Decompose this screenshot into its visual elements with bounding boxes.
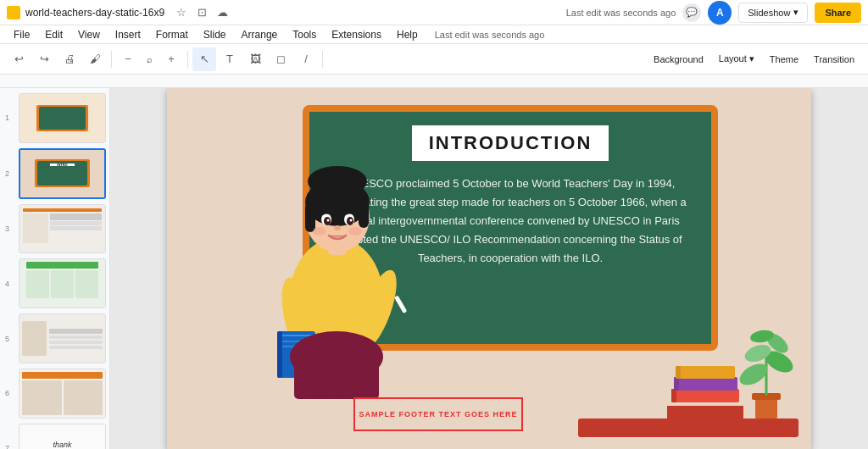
footer-text: SAMPLE FOOTER TEXT GOES HERE	[359, 410, 517, 419]
slide-4-number: 4	[5, 280, 9, 288]
svg-point-12	[327, 219, 330, 221]
desk-surface	[578, 419, 798, 437]
slide-6-number: 6	[5, 389, 9, 397]
teacher-illustration	[252, 128, 438, 399]
svg-rect-5	[359, 202, 369, 228]
shapes-tool[interactable]: ◻	[269, 47, 292, 71]
slide-5-container: 5	[19, 313, 106, 363]
text-tool[interactable]: T	[218, 47, 242, 71]
cloud-icon[interactable]: ☁	[215, 6, 229, 19]
menu-extensions[interactable]: Extensions	[325, 27, 388, 42]
lines-tool[interactable]: /	[294, 47, 318, 71]
menu-format[interactable]: Format	[149, 27, 195, 42]
main-area: 1 2 INTRO	[0, 88, 868, 449]
slide-5-number: 5	[5, 335, 9, 343]
svg-rect-27	[313, 391, 328, 399]
slides-panel: 1 2 INTRO	[0, 88, 110, 449]
svg-rect-40	[676, 366, 735, 379]
slideshow-chevron: ▾	[793, 7, 798, 18]
star-icon[interactable]: ☆	[175, 6, 188, 19]
zoom-out-btn[interactable]: −	[116, 47, 140, 71]
slide-thumb-5[interactable]	[19, 313, 106, 363]
slide-7-container: 7 thank you	[19, 424, 106, 449]
slide-thumb-4[interactable]	[19, 258, 106, 308]
print-btn[interactable]: 🖨	[58, 47, 81, 71]
books-stack	[667, 363, 743, 426]
slide-1-number: 1	[5, 114, 9, 122]
svg-rect-42	[674, 377, 679, 391]
document-title: world-teachers-day-static-16x9	[25, 7, 164, 19]
slide-thumb-1[interactable]	[19, 93, 106, 143]
menu-file[interactable]: File	[7, 27, 36, 42]
menu-help[interactable]: Help	[390, 27, 425, 42]
slide-thumb-6[interactable]	[19, 369, 106, 419]
title-bar-icons: ☆ ⊡ ☁	[175, 6, 229, 19]
slide-6-container: 6	[19, 369, 106, 419]
separator-2	[187, 51, 188, 68]
zoom-in-btn[interactable]: +	[159, 47, 183, 71]
board-title: INTRODUCTION	[429, 132, 593, 154]
svg-rect-39	[674, 377, 737, 391]
cursor-tool[interactable]: ↖	[192, 47, 216, 71]
separator-1	[111, 51, 112, 68]
menu-insert[interactable]: Insert	[108, 27, 147, 42]
svg-rect-24	[394, 295, 407, 313]
theme-btn[interactable]: Theme	[763, 47, 805, 71]
slide-thumb-7[interactable]: thank you	[19, 424, 106, 449]
user-avatar[interactable]: A	[708, 1, 732, 25]
svg-point-6	[308, 166, 367, 197]
ruler	[0, 75, 868, 88]
slideshow-button[interactable]: Slideshow ▾	[738, 3, 808, 23]
paint-format-btn[interactable]: 🖌	[83, 47, 107, 71]
svg-point-14	[334, 225, 341, 230]
slide-thumb-3[interactable]	[19, 204, 106, 254]
menu-edit[interactable]: Edit	[38, 27, 70, 42]
plant-decoration	[737, 311, 796, 424]
chat-icon[interactable]: 💬	[682, 3, 701, 22]
top-bar-right: Last edit was seconds ago 💬 A Slideshow …	[558, 1, 861, 25]
svg-rect-41	[671, 389, 676, 402]
menu-tools[interactable]: Tools	[286, 27, 323, 42]
footer-box[interactable]: SAMPLE FOOTER TEXT GOES HERE	[353, 397, 523, 431]
canvas-area[interactable]: INTRODUCTION UNESCO proclaimed 5 October…	[110, 88, 868, 449]
svg-point-15	[313, 227, 326, 236]
zoom-level: ⌕	[142, 54, 158, 64]
svg-rect-26	[294, 348, 379, 399]
separator-3	[322, 51, 323, 68]
slide-canvas: INTRODUCTION UNESCO proclaimed 5 October…	[167, 88, 811, 449]
move-icon[interactable]: ⊡	[195, 6, 209, 19]
toolbar: ↩ ↪ 🖨 🖌 − ⌕ + ↖ T 🖼 ◻ / Background Layou…	[0, 44, 868, 75]
menu-arrange[interactable]: Arrange	[235, 27, 285, 42]
transition-btn[interactable]: Transition	[807, 47, 861, 71]
board-title-box: INTRODUCTION	[412, 125, 609, 161]
background-btn[interactable]: Background	[647, 47, 710, 71]
image-tool[interactable]: 🖼	[243, 47, 267, 71]
title-bar: world-teachers-day-static-16x9 ☆ ⊡ ☁ Las…	[0, 0, 868, 25]
slide-7-number: 7	[5, 444, 9, 449]
svg-rect-4	[305, 202, 315, 232]
svg-point-13	[350, 219, 353, 221]
undo-btn[interactable]: ↩	[7, 47, 31, 71]
svg-point-7	[314, 193, 334, 207]
slide-2-container: 2 INTRO	[19, 148, 106, 199]
svg-rect-38	[671, 389, 739, 402]
app-favicon	[7, 6, 20, 19]
slide-thumb-2[interactable]: INTRO	[19, 148, 106, 199]
menu-slide[interactable]: Slide	[197, 27, 233, 42]
slide-1-container: 1	[19, 93, 106, 143]
last-edit-text: Last edit was seconds ago	[566, 8, 676, 18]
layout-btn[interactable]: Layout ▾	[712, 47, 761, 71]
redo-btn[interactable]: ↪	[32, 47, 56, 71]
share-button[interactable]: Share	[815, 3, 861, 23]
svg-rect-43	[676, 366, 681, 379]
menu-bar: File Edit View Insert Format Slide Arran…	[0, 25, 868, 44]
svg-rect-19	[277, 331, 282, 378]
last-edit-menu: Last edit was seconds ago	[435, 30, 545, 40]
slide-3-container: 3	[19, 204, 106, 254]
slide-3-number: 3	[5, 224, 9, 233]
slide-2-number: 2	[5, 169, 9, 178]
svg-point-16	[348, 227, 362, 236]
menu-view[interactable]: View	[71, 27, 107, 42]
slide-4-container: 4	[19, 258, 106, 308]
